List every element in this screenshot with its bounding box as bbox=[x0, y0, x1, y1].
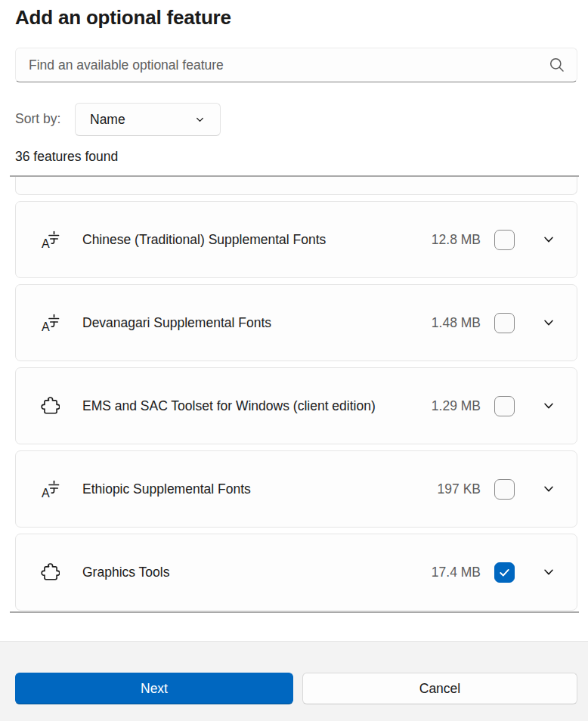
search-input[interactable] bbox=[16, 48, 549, 82]
feature-size: 197 KB bbox=[392, 481, 481, 497]
chevron-down-icon[interactable] bbox=[541, 398, 556, 413]
search-icon bbox=[549, 57, 565, 73]
feature-name: Devanagari Supplemental Fonts bbox=[82, 313, 392, 333]
feature-row[interactable]: EMS and SAC Toolset for Windows (client … bbox=[15, 367, 577, 444]
feature-row[interactable]: Graphics Tools 17.4 MB bbox=[15, 534, 577, 611]
next-button[interactable]: Next bbox=[15, 673, 293, 704]
font-language-icon: A bbox=[40, 313, 60, 333]
svg-text:A: A bbox=[42, 320, 50, 333]
feature-row[interactable]: A Devanagari Supplemental Fonts 1.48 MB bbox=[15, 284, 577, 361]
svg-text:A: A bbox=[42, 487, 50, 499]
puzzle-piece-icon bbox=[40, 562, 60, 582]
feature-checkbox[interactable] bbox=[494, 479, 515, 500]
feature-name: Chinese (Traditional) Supplemental Fonts bbox=[82, 230, 392, 250]
font-language-icon: A bbox=[40, 230, 60, 249]
feature-size: 17.4 MB bbox=[392, 565, 481, 580]
footer: Next Cancel bbox=[0, 641, 588, 721]
feature-name: Graphics Tools bbox=[82, 562, 392, 583]
sort-dropdown[interactable]: Name bbox=[75, 103, 221, 136]
chevron-down-icon[interactable] bbox=[541, 315, 556, 330]
feature-size: 1.48 MB bbox=[392, 315, 481, 331]
feature-row-partial[interactable] bbox=[15, 177, 577, 195]
sort-selected-value: Name bbox=[90, 112, 194, 128]
chevron-down-icon bbox=[194, 114, 206, 125]
chevron-down-icon[interactable] bbox=[541, 481, 556, 497]
feature-name: EMS and SAC Toolset for Windows (client … bbox=[82, 396, 392, 416]
chevron-down-icon[interactable] bbox=[541, 565, 556, 580]
feature-size: 1.29 MB bbox=[392, 398, 481, 414]
page-title: Add an optional feature bbox=[15, 6, 231, 29]
feature-row[interactable]: A Ethiopic Supplemental Fonts 197 KB bbox=[15, 450, 577, 528]
chevron-down-icon[interactable] bbox=[541, 232, 556, 247]
feature-checkbox[interactable] bbox=[494, 396, 515, 416]
feature-name: Ethiopic Supplemental Fonts bbox=[82, 479, 392, 500]
puzzle-piece-icon bbox=[40, 396, 60, 416]
font-language-icon: A bbox=[40, 479, 60, 499]
cancel-button[interactable]: Cancel bbox=[302, 673, 577, 704]
sort-label: Sort by: bbox=[15, 111, 60, 127]
list-bottom-divider bbox=[10, 611, 579, 613]
feature-checkbox[interactable] bbox=[494, 313, 515, 333]
feature-size: 12.8 MB bbox=[392, 232, 481, 248]
feature-checkbox[interactable] bbox=[494, 230, 515, 250]
feature-checkbox[interactable] bbox=[494, 562, 515, 583]
feature-row[interactable]: A Chinese (Traditional) Supplemental Fon… bbox=[15, 201, 577, 278]
search-box[interactable] bbox=[15, 48, 577, 82]
svg-text:A: A bbox=[42, 237, 50, 249]
results-count: 36 features found bbox=[15, 149, 118, 165]
